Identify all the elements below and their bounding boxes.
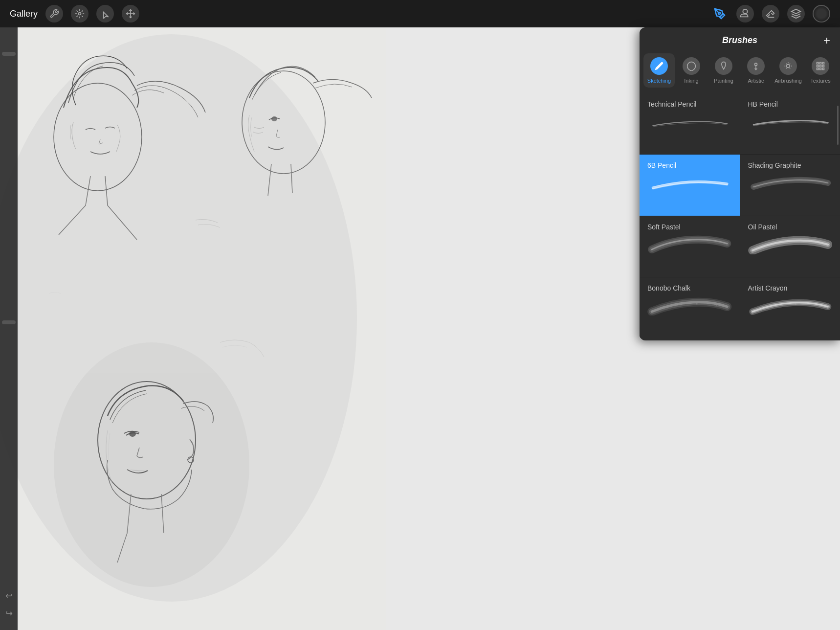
brush-item-6b-pencil[interactable]: 6B Pencil <box>640 155 740 215</box>
svg-rect-21 <box>822 65 824 67</box>
brush-name-bonobo-chalk: Bonobo Chalk <box>647 284 732 292</box>
tab-artistic[interactable]: Artistic <box>740 53 772 88</box>
left-sidebar: ↩ ↪ <box>0 27 18 630</box>
inking-tab-label: Inking <box>684 78 698 84</box>
sketching-tab-label: Sketching <box>647 78 671 84</box>
svg-point-14 <box>755 63 757 66</box>
brush-name-technical-pencil: Technical Pencil <box>647 100 732 108</box>
brush-size-slider[interactable] <box>2 52 16 56</box>
artistic-tab-label: Artistic <box>748 78 764 84</box>
airbrushing-tab-label: Airbrushing <box>774 78 802 84</box>
svg-rect-20 <box>819 65 821 67</box>
gallery-button[interactable]: Gallery <box>10 9 38 19</box>
category-tabs: Sketching Inking Painting <box>640 53 840 93</box>
inking-tab-icon <box>683 57 700 75</box>
svg-point-3 <box>718 12 720 14</box>
textures-tab-icon <box>812 57 829 75</box>
brush-item-bonobo-chalk[interactable]: Bonobo Chalk <box>640 277 740 338</box>
brush-item-oil-pastel[interactable]: Oil Pastel <box>740 216 840 277</box>
eraser-tool-icon[interactable] <box>762 5 779 22</box>
adjustments-icon[interactable] <box>71 5 88 22</box>
brush-item-artist-crayon[interactable]: Artist Crayon <box>740 277 840 338</box>
tab-textures[interactable]: Textures <box>805 53 836 88</box>
tab-inking[interactable]: Inking <box>676 53 707 88</box>
add-brush-button[interactable]: + <box>823 34 830 47</box>
undo-button[interactable]: ↩ <box>2 589 16 603</box>
brush-preview-6b-pencil <box>647 173 732 193</box>
tab-airbrushing[interactable]: Airbrushing <box>773 53 804 88</box>
svg-point-15 <box>787 65 790 68</box>
redo-button[interactable]: ↪ <box>2 607 16 620</box>
brushes-panel: Brushes + Sketching Inking <box>640 27 840 340</box>
svg-point-9 <box>271 116 277 121</box>
artistic-tab-icon <box>747 57 765 75</box>
brush-item-hb-pencil[interactable]: HB Pencil <box>740 93 840 154</box>
brush-preview-artist-crayon <box>748 296 833 315</box>
selection-icon[interactable] <box>96 5 114 22</box>
brush-name-oil-pastel: Oil Pastel <box>748 223 833 231</box>
brush-item-technical-pencil[interactable]: Technical Pencil <box>640 93 740 154</box>
brush-name-6b-pencil: 6B Pencil <box>647 161 732 169</box>
pencil-tool-icon[interactable] <box>711 5 729 22</box>
brush-preview-shading-graphite <box>748 173 833 193</box>
svg-rect-19 <box>817 65 818 67</box>
wrench-icon[interactable] <box>45 5 63 22</box>
svg-rect-22 <box>817 68 818 69</box>
brush-name-hb-pencil: HB Pencil <box>748 100 833 108</box>
brush-item-shading-graphite[interactable]: Shading Graphite <box>740 155 840 215</box>
painting-tab-icon <box>715 57 732 75</box>
svg-rect-23 <box>819 68 821 69</box>
svg-point-13 <box>54 342 249 587</box>
top-bar: Gallery <box>0 0 840 27</box>
panel-title: Brushes <box>722 35 757 45</box>
tab-painting[interactable]: Painting <box>708 53 739 88</box>
sketching-tab-icon <box>650 57 668 75</box>
textures-tab-label: Textures <box>810 78 831 84</box>
brush-item-soft-pastel[interactable]: Soft Pastel <box>640 216 740 277</box>
svg-point-25 <box>662 308 663 309</box>
brush-preview-oil-pastel <box>748 235 833 254</box>
panel-scrollbar[interactable] <box>837 106 839 145</box>
svg-point-28 <box>716 305 717 306</box>
avatar[interactable] <box>813 5 830 22</box>
brush-name-soft-pastel: Soft Pastel <box>647 223 732 231</box>
brush-preview-hb-pencil <box>748 112 833 132</box>
svg-point-27 <box>696 303 698 304</box>
svg-marker-4 <box>792 9 800 14</box>
svg-rect-18 <box>822 63 824 64</box>
svg-point-26 <box>677 304 678 305</box>
layers-icon[interactable] <box>787 5 805 22</box>
brush-preview-technical-pencil <box>647 112 732 132</box>
svg-rect-24 <box>822 68 824 69</box>
brush-grid: Technical Pencil HB Pencil 6B Pencil <box>640 93 840 338</box>
tab-sketching[interactable]: Sketching <box>643 53 675 88</box>
brush-preview-bonobo-chalk <box>647 296 732 315</box>
panel-header: Brushes + <box>640 27 840 53</box>
painting-tab-label: Painting <box>714 78 733 84</box>
svg-rect-17 <box>819 63 821 64</box>
brush-opacity-slider[interactable] <box>2 320 16 324</box>
svg-point-0 <box>79 13 81 15</box>
airbrushing-tab-icon <box>779 57 797 75</box>
toolbar-right <box>711 5 830 22</box>
smudge-tool-icon[interactable] <box>736 5 754 22</box>
sketch-artwork <box>0 0 386 630</box>
svg-rect-16 <box>817 63 818 64</box>
brush-name-shading-graphite: Shading Graphite <box>748 161 833 169</box>
transform-icon[interactable] <box>122 5 139 22</box>
brush-name-artist-crayon: Artist Crayon <box>748 284 833 292</box>
toolbar-left: Gallery <box>10 5 139 22</box>
brush-preview-soft-pastel <box>647 235 732 254</box>
